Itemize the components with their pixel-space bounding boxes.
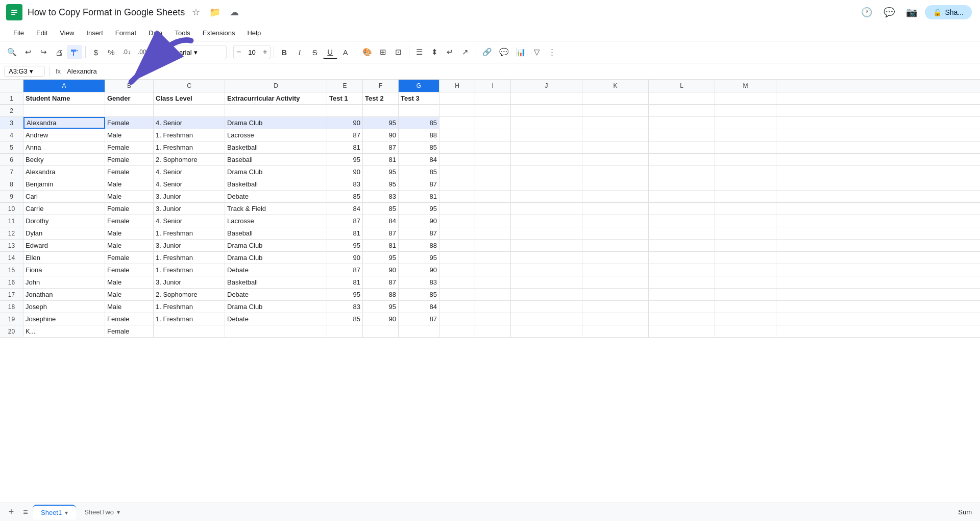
cell-H17[interactable] [439,289,475,300]
row-number-17[interactable]: 17 [0,289,23,300]
cell-B7[interactable]: Female [105,166,154,178]
cell-C15[interactable]: 1. Freshman [154,264,225,276]
menu-format[interactable]: Format [110,27,141,39]
font-size-input[interactable]: 10 [243,49,260,56]
cell-C5[interactable]: 1. Freshman [154,141,225,153]
decrease-decimal-button[interactable]: .0↓ [119,45,134,59]
cell-B18[interactable]: Male [105,301,154,313]
cell-A17[interactable]: Jonathan [23,289,105,300]
cell-M18[interactable] [715,301,776,313]
cell-H8[interactable] [439,178,475,190]
cell-J17[interactable] [511,289,582,300]
row-number-8[interactable]: 8 [0,178,23,190]
row-number-6[interactable]: 6 [0,154,23,165]
cell-J13[interactable] [511,240,582,251]
cell-J3[interactable] [511,117,582,129]
cell-I11[interactable] [475,215,511,227]
col-header-b[interactable]: B [105,80,154,92]
font-selector[interactable]: arial ▾ [176,45,227,59]
cell-F13[interactable]: 81 [363,240,399,251]
cell-I18[interactable] [475,301,511,313]
cell-C19[interactable]: 1. Freshman [154,313,225,325]
cell-A15[interactable]: Fiona [23,264,105,276]
cell-E11[interactable]: 87 [327,215,363,227]
cell-A6[interactable]: Becky [23,154,105,165]
cell-B20[interactable]: Female [105,325,154,337]
cell-H14[interactable] [439,252,475,264]
valign-button[interactable]: ⬍ [428,45,442,59]
cell-E9[interactable]: 85 [327,191,363,202]
cell-H6[interactable] [439,154,475,165]
cell-K10[interactable] [582,203,649,215]
cell-K12[interactable] [582,227,649,239]
cell-L15[interactable] [649,264,715,276]
col-header-c[interactable]: C [154,80,225,92]
cell-J4[interactable] [511,129,582,141]
cell-G13[interactable]: 88 [399,240,439,251]
bold-button[interactable]: B [277,45,291,59]
font-size-decrease[interactable]: − [234,46,243,58]
cell-G2[interactable] [399,105,439,116]
cell-L7[interactable] [649,166,715,178]
cell-D13[interactable]: Drama Club [225,240,327,251]
cell-J7[interactable] [511,166,582,178]
cell-F12[interactable]: 87 [363,227,399,239]
cell-C4[interactable]: 1. Freshman [154,129,225,141]
history-icon[interactable]: 🕐 [857,3,876,21]
cell-F14[interactable]: 95 [363,252,399,264]
row-number-18[interactable]: 18 [0,301,23,313]
cell-C14[interactable]: 1. Freshman [154,252,225,264]
cell-C10[interactable]: 3. Junior [154,203,225,215]
cell-I12[interactable] [475,227,511,239]
cloud-icon[interactable]: ☁ [228,6,241,19]
cell-I4[interactable] [475,129,511,141]
cell-I6[interactable] [475,154,511,165]
cell-C7[interactable]: 4. Senior [154,166,225,178]
cell-M13[interactable] [715,240,776,251]
cell-C3[interactable]: 4. Senior [154,117,225,129]
cell-B5[interactable]: Female [105,141,154,153]
cell-D20[interactable] [225,325,327,337]
chart-button[interactable]: 📊 [513,45,529,59]
cell-F2[interactable] [363,105,399,116]
cell-L20[interactable] [649,325,715,337]
redo-button[interactable]: ↪ [36,45,51,59]
cell-G15[interactable]: 90 [399,264,439,276]
cell-K19[interactable] [582,313,649,325]
cell-I8[interactable] [475,178,511,190]
cell-K18[interactable] [582,301,649,313]
row-number-9[interactable]: 9 [0,191,23,202]
col-header-a[interactable]: A [23,80,105,92]
cell-H4[interactable] [439,129,475,141]
cell-B19[interactable]: Female [105,313,154,325]
cell-G9[interactable]: 81 [399,191,439,202]
cell-E12[interactable]: 81 [327,227,363,239]
cell-I13[interactable] [475,240,511,251]
cell-J20[interactable] [511,325,582,337]
cell-D7[interactable]: Drama Club [225,166,327,178]
cell-K11[interactable] [582,215,649,227]
row-number-15[interactable]: 15 [0,264,23,276]
cell-F3[interactable]: 95 [363,117,399,129]
cell-F1[interactable]: Test 2 [363,92,399,104]
cell-J15[interactable] [511,264,582,276]
cell-H19[interactable] [439,313,475,325]
cell-L19[interactable] [649,313,715,325]
cell-K20[interactable] [582,325,649,337]
cell-L9[interactable] [649,191,715,202]
cell-D3[interactable]: Drama Club [225,117,327,129]
cell-E3[interactable]: 90 [327,117,363,129]
cell-D11[interactable]: Lacrosse [225,215,327,227]
col-header-m[interactable]: M [715,80,776,92]
cell-G4[interactable]: 88 [399,129,439,141]
col-header-h[interactable]: H [439,80,475,92]
cell-H1[interactable] [439,92,475,104]
cell-F6[interactable]: 81 [363,154,399,165]
cell-C12[interactable]: 1. Freshman [154,227,225,239]
cell-B16[interactable]: Male [105,276,154,288]
cell-I1[interactable] [475,92,511,104]
col-header-d[interactable]: D [225,80,327,92]
sheet-tab-0-dropdown[interactable]: ▾ [65,509,68,516]
cell-H11[interactable] [439,215,475,227]
app-icon[interactable] [6,4,22,20]
